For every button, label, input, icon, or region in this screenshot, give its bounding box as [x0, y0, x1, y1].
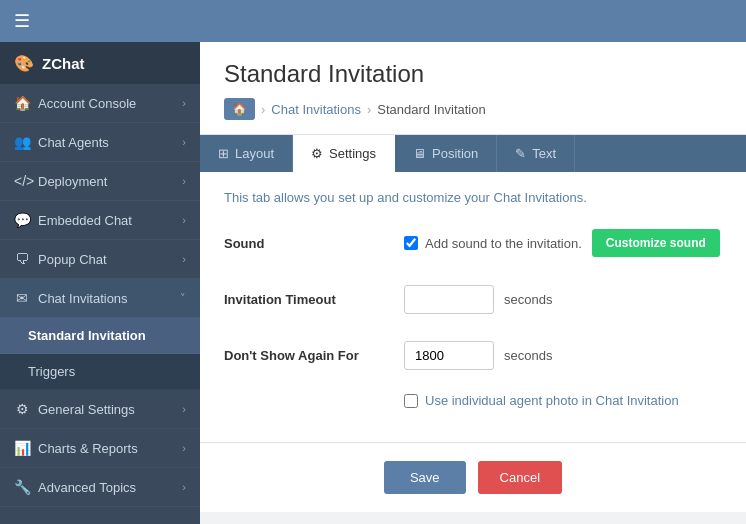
layout-icon: ⊞ — [218, 146, 229, 161]
chevron-right-icon: › — [182, 253, 186, 265]
agent-photo-label[interactable]: Use individual agent photo in Chat Invit… — [404, 393, 679, 408]
tab-label-position: Position — [432, 146, 478, 161]
save-button[interactable]: Save — [384, 461, 466, 494]
sidebar-item-advanced-topics[interactable]: 🔧 Advanced Topics › — [0, 468, 200, 507]
sound-control: Add sound to the invitation. Customize s… — [404, 229, 720, 257]
dont-show-unit: seconds — [504, 348, 552, 363]
breadcrumb-chat-invitations[interactable]: Chat Invitations — [271, 102, 361, 117]
sidebar-label-popup-chat: Popup Chat — [38, 252, 107, 267]
monitor-icon: 🖥 — [413, 146, 426, 161]
brand: 🎨 ZChat — [0, 42, 200, 84]
chevron-right-icon: › — [182, 481, 186, 493]
tab-settings[interactable]: ⚙ Settings — [293, 135, 395, 172]
chevron-right-icon: › — [182, 403, 186, 415]
sound-row: Sound Add sound to the invitation. Custo… — [224, 225, 722, 261]
sidebar-label-chat-invitations: Chat Invitations — [38, 291, 128, 306]
sidebar-label-general-settings: General Settings — [38, 402, 135, 417]
timeout-unit: seconds — [504, 292, 552, 307]
sidebar-sub-item-standard-invitation[interactable]: Standard Invitation — [0, 318, 200, 354]
timeout-row: Invitation Timeout seconds — [224, 281, 722, 317]
sound-checkbox[interactable] — [404, 236, 418, 250]
home-icon: 🏠 — [14, 95, 30, 111]
chat-icon: 💬 — [14, 212, 30, 228]
agent-photo-text: Use individual agent photo in Chat Invit… — [425, 393, 679, 408]
tab-text[interactable]: ✎ Text — [497, 135, 575, 172]
dont-show-row: Don't Show Again For seconds — [224, 337, 722, 373]
sidebar-item-chat-invitations[interactable]: ✉ Chat Invitations ˅ — [0, 279, 200, 318]
sidebar-item-popup-chat[interactable]: 🗨 Popup Chat › — [0, 240, 200, 279]
sound-checkbox-text: Add sound to the invitation. — [425, 236, 582, 251]
pencil-icon: ✎ — [515, 146, 526, 161]
chevron-right-icon: › — [182, 136, 186, 148]
page-title: Standard Invitation — [224, 60, 722, 88]
chevron-right-icon: › — [182, 214, 186, 226]
sidebar: 🎨 ZChat 🏠 Account Console › 👥 Chat Agent… — [0, 42, 200, 524]
popup-icon: 🗨 — [14, 251, 30, 267]
sidebar-label-account-console: Account Console — [38, 96, 136, 111]
settings-icon: ⚙ — [14, 401, 30, 417]
page-header: Standard Invitation 🏠 › Chat Invitations… — [200, 42, 746, 135]
brand-name: ZChat — [42, 55, 85, 72]
sidebar-label-embedded-chat: Embedded Chat — [38, 213, 132, 228]
tabs-bar: ⊞ Layout ⚙ Settings 🖥 Position ✎ Text — [200, 135, 746, 172]
dont-show-label: Don't Show Again For — [224, 348, 404, 363]
tab-position[interactable]: 🖥 Position — [395, 135, 497, 172]
dont-show-control: seconds — [404, 341, 552, 370]
sound-checkbox-label[interactable]: Add sound to the invitation. — [404, 236, 582, 251]
agent-photo-row: Use individual agent photo in Chat Invit… — [404, 393, 722, 408]
tab-label-settings: Settings — [329, 146, 376, 161]
timeout-input[interactable] — [404, 285, 494, 314]
breadcrumb: 🏠 › Chat Invitations › Standard Invitati… — [224, 98, 722, 120]
breadcrumb-home-icon[interactable]: 🏠 — [224, 98, 255, 120]
chevron-right-icon: › — [182, 442, 186, 454]
settings-panel: This tab allows you set up and customize… — [200, 172, 746, 442]
sidebar-sub-label-triggers: Triggers — [28, 364, 75, 379]
sidebar-item-charts-reports[interactable]: 📊 Charts & Reports › — [0, 429, 200, 468]
sidebar-label-advanced-topics: Advanced Topics — [38, 480, 136, 495]
brand-icon: 🎨 — [14, 54, 34, 73]
breadcrumb-current: Standard Invitation — [377, 102, 485, 117]
footer-actions: Save Cancel — [200, 442, 746, 512]
sidebar-item-embedded-chat[interactable]: 💬 Embedded Chat › — [0, 201, 200, 240]
content-body: ⊞ Layout ⚙ Settings 🖥 Position ✎ Text — [200, 135, 746, 524]
chevron-right-icon: › — [182, 97, 186, 109]
sidebar-item-chat-agents[interactable]: 👥 Chat Agents › — [0, 123, 200, 162]
content-area: Standard Invitation 🏠 › Chat Invitations… — [200, 42, 746, 524]
agent-photo-checkbox[interactable] — [404, 394, 418, 408]
invitation-icon: ✉ — [14, 290, 30, 306]
tab-layout[interactable]: ⊞ Layout — [200, 135, 293, 172]
timeout-control: seconds — [404, 285, 552, 314]
sidebar-item-deployment[interactable]: </> Deployment › — [0, 162, 200, 201]
tab-label-layout: Layout — [235, 146, 274, 161]
sidebar-label-chat-agents: Chat Agents — [38, 135, 109, 150]
chevron-right-icon: › — [182, 175, 186, 187]
cancel-button[interactable]: Cancel — [478, 461, 562, 494]
main-layout: 🎨 ZChat 🏠 Account Console › 👥 Chat Agent… — [0, 42, 746, 524]
sound-label: Sound — [224, 236, 404, 251]
customize-sound-button[interactable]: Customize sound — [592, 229, 720, 257]
tab-label-text: Text — [532, 146, 556, 161]
top-bar: ☰ — [0, 0, 746, 42]
sidebar-sub-label-standard-invitation: Standard Invitation — [28, 328, 146, 343]
info-text: This tab allows you set up and customize… — [224, 190, 722, 205]
dont-show-input[interactable] — [404, 341, 494, 370]
sidebar-item-account-console[interactable]: 🏠 Account Console › — [0, 84, 200, 123]
wrench-icon: 🔧 — [14, 479, 30, 495]
timeout-label: Invitation Timeout — [224, 292, 404, 307]
gear-icon: ⚙ — [311, 146, 323, 161]
sidebar-item-general-settings[interactable]: ⚙ General Settings › — [0, 390, 200, 429]
chart-icon: 📊 — [14, 440, 30, 456]
code-icon: </> — [14, 173, 30, 189]
agents-icon: 👥 — [14, 134, 30, 150]
breadcrumb-sep-1: › — [261, 102, 265, 117]
breadcrumb-sep-2: › — [367, 102, 371, 117]
sidebar-sub-item-triggers[interactable]: Triggers — [0, 354, 200, 390]
sidebar-label-deployment: Deployment — [38, 174, 107, 189]
hamburger-menu-icon[interactable]: ☰ — [14, 10, 30, 32]
sidebar-label-charts-reports: Charts & Reports — [38, 441, 138, 456]
chevron-down-icon: ˅ — [180, 292, 186, 305]
